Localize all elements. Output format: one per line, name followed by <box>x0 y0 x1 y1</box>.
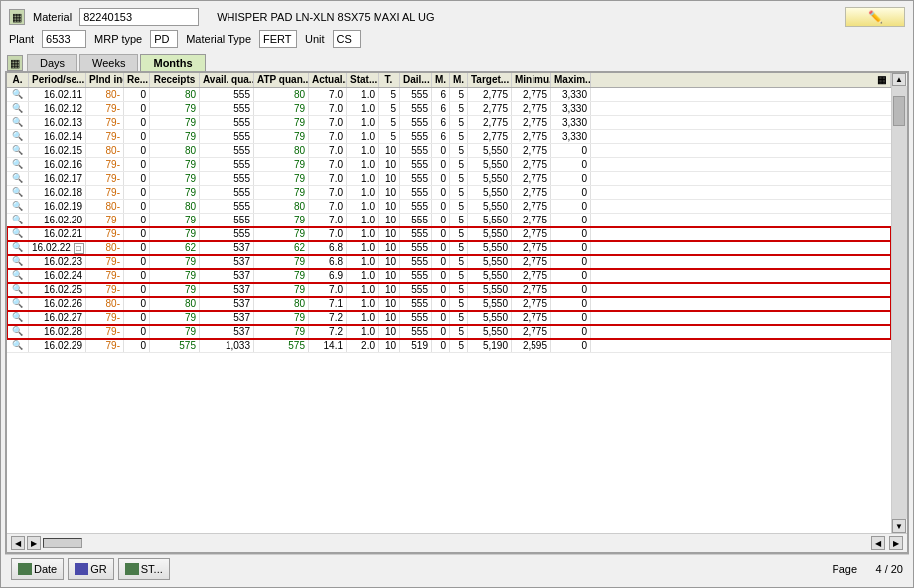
col-hdr-re[interactable]: Re... <box>124 73 150 87</box>
cell-actual: 7.0 <box>309 102 347 115</box>
cell-avail: 555 <box>200 227 254 240</box>
scroll-left-btn[interactable]: ◀ <box>11 536 25 550</box>
cell-max: 3,330 <box>551 88 591 101</box>
scroll-down-btn[interactable]: ▼ <box>892 519 906 533</box>
cell-atp: 80 <box>254 144 309 157</box>
cell-max: 0 <box>551 297 591 310</box>
cell-receipts: 79 <box>150 227 200 240</box>
tab-months[interactable]: Months <box>140 54 205 71</box>
mat-type-input[interactable] <box>259 30 297 48</box>
col-hdr-receipts[interactable]: Receipts <box>150 73 200 87</box>
date-button[interactable]: Date <box>11 558 64 580</box>
table-row[interactable]: 🔍 16.02.15 80- 0 80 555 80 7.0 1.0 10 55… <box>7 144 891 158</box>
tab-days[interactable]: Days <box>27 54 77 71</box>
cell-m1: 0 <box>432 339 450 352</box>
table-row[interactable]: 🔍 16.02.24 79- 0 79 537 79 6.9 1.0 10 55… <box>7 269 891 283</box>
scroll-thumb[interactable] <box>893 96 905 126</box>
cell-min: 2,775 <box>512 269 551 282</box>
table-row[interactable]: 🔍 16.02.29 79- 0 575 1,033 575 14.1 2.0 … <box>7 339 891 353</box>
cell-t: 10 <box>379 311 400 324</box>
cell-m1: 0 <box>432 186 450 199</box>
cell-actual: 7.1 <box>309 297 347 310</box>
table-row[interactable]: 🔍 16.02.20 79- 0 79 555 79 7.0 1.0 10 55… <box>7 214 891 227</box>
vertical-scrollbar[interactable]: ▲ ▼ <box>891 73 907 533</box>
table-row[interactable]: 🔍 16.02.18 79- 0 79 555 79 7.0 1.0 10 55… <box>7 186 891 200</box>
h-scroll-left2[interactable]: ◀ <box>871 536 885 550</box>
cell-daily: 555 <box>400 297 432 310</box>
col-hdr-t[interactable]: T. <box>379 73 400 87</box>
scroll-up-btn[interactable]: ▲ <box>892 73 906 86</box>
edit-button[interactable]: ✏️ <box>845 7 905 27</box>
col-hdr-avail[interactable]: Avail. qua... <box>200 73 254 87</box>
row-icon: 🔍 <box>7 116 29 129</box>
table-row[interactable]: 🔍 16.02.21 79- 0 79 555 79 7.0 1.0 10 55… <box>7 227 891 241</box>
col-hdr-m1[interactable]: M. <box>432 73 450 87</box>
tab-weeks[interactable]: Weeks <box>79 54 138 71</box>
table-row[interactable]: 🔍 16.02.26 80- 0 80 537 80 7.1 1.0 10 55… <box>7 297 891 311</box>
table-row[interactable]: 🔍 16.02.16 79- 0 79 555 79 7.0 1.0 10 55… <box>7 158 891 172</box>
col-hdr-icon: A. <box>7 73 29 87</box>
gr-button[interactable]: GR <box>68 558 114 580</box>
cell-daily: 555 <box>400 283 432 296</box>
cell-period: 16.02.17 <box>29 172 86 185</box>
table-row[interactable]: 🔍 16.02.14 79- 0 79 555 79 7.0 1.0 5 555… <box>7 130 891 144</box>
cell-avail: 537 <box>200 325 254 338</box>
scroll-right-btn[interactable]: ▶ <box>27 536 41 550</box>
mrp-type-input[interactable] <box>150 30 178 48</box>
cell-receipts: 79 <box>150 269 200 282</box>
cell-max: 3,330 <box>551 116 591 129</box>
cell-min: 2,775 <box>512 311 551 324</box>
col-hdr-stat[interactable]: Stat... <box>347 73 379 87</box>
table-row[interactable]: 🔍 16.02.11 80- 0 80 555 80 7.0 1.0 5 555… <box>7 88 891 102</box>
cell-min: 2,775 <box>512 172 551 185</box>
scroll-track[interactable] <box>892 86 907 519</box>
cell-min: 2,775 <box>512 130 551 143</box>
table-row[interactable]: 🔍 16.02.27 79- 0 79 537 79 7.2 1.0 10 55… <box>7 311 891 325</box>
cell-max: 0 <box>551 172 591 185</box>
col-hdr-atp[interactable]: ATP quan... <box>254 73 309 87</box>
table-row[interactable]: 🔍 16.02.25 79- 0 79 537 79 7.0 1.0 10 55… <box>7 283 891 297</box>
col-hdr-min[interactable]: Minimu... <box>512 73 551 87</box>
material-input[interactable] <box>79 8 199 26</box>
cell-atp: 79 <box>254 102 309 115</box>
col-hdr-plnd[interactable]: Plnd ind.re... <box>86 73 124 87</box>
cell-actual: 7.0 <box>309 200 347 213</box>
table-row[interactable]: 🔍 16.02.12 79- 0 79 555 79 7.0 1.0 5 555… <box>7 102 891 116</box>
col-settings-icon[interactable]: ▦ <box>873 73 891 87</box>
cell-re: 0 <box>124 297 150 310</box>
cell-max: 0 <box>551 214 591 226</box>
table-row[interactable]: 🔍 16.02.28 79- 0 79 537 79 7.2 1.0 10 55… <box>7 325 891 339</box>
table-row[interactable]: 🔍 16.02.22 □ 80- 0 62 537 62 6.8 1.0 10 … <box>7 241 891 255</box>
h-scroll-track[interactable] <box>43 538 82 548</box>
cell-min: 2,775 <box>512 241 551 254</box>
col-hdr-max[interactable]: Maxim... <box>551 73 591 87</box>
col-hdr-daily[interactable]: Dail... <box>400 73 432 87</box>
table-row[interactable]: 🔍 16.02.13 79- 0 79 555 79 7.0 1.0 5 555… <box>7 116 891 130</box>
table-row[interactable]: 🔍 16.02.19 80- 0 80 555 80 7.0 1.0 10 55… <box>7 200 891 214</box>
col-hdr-period[interactable]: Period/se... <box>29 73 86 87</box>
table-row[interactable]: 🔍 16.02.17 79- 0 79 555 79 7.0 1.0 10 55… <box>7 172 891 186</box>
horizontal-scroll[interactable]: ◀ ▶ <box>11 536 82 550</box>
cell-avail: 555 <box>200 172 254 185</box>
material-label: Material <box>33 11 72 23</box>
cell-t: 10 <box>379 172 400 185</box>
cell-re: 0 <box>124 241 150 254</box>
cell-period: 16.02.26 <box>29 297 86 310</box>
cell-re: 0 <box>124 88 150 101</box>
cell-max: 0 <box>551 241 591 254</box>
unit-input[interactable] <box>333 30 361 48</box>
col-hdr-actual[interactable]: Actual... <box>309 73 347 87</box>
date-icon <box>18 563 32 575</box>
st-button[interactable]: ST... <box>118 558 170 580</box>
cell-re: 0 <box>124 144 150 157</box>
h-scroll-right2[interactable]: ▶ <box>889 536 903 550</box>
cell-daily: 555 <box>400 241 432 254</box>
col-hdr-target[interactable]: Target... <box>468 73 512 87</box>
cell-receipts: 62 <box>150 241 200 254</box>
plant-input[interactable] <box>42 30 86 48</box>
cell-daily: 555 <box>400 144 432 157</box>
cell-stat: 1.0 <box>347 241 379 254</box>
table-row[interactable]: 🔍 16.02.23 79- 0 79 537 79 6.8 1.0 10 55… <box>7 255 891 269</box>
cell-m1: 6 <box>432 88 450 101</box>
col-hdr-m2[interactable]: M. <box>450 73 468 87</box>
